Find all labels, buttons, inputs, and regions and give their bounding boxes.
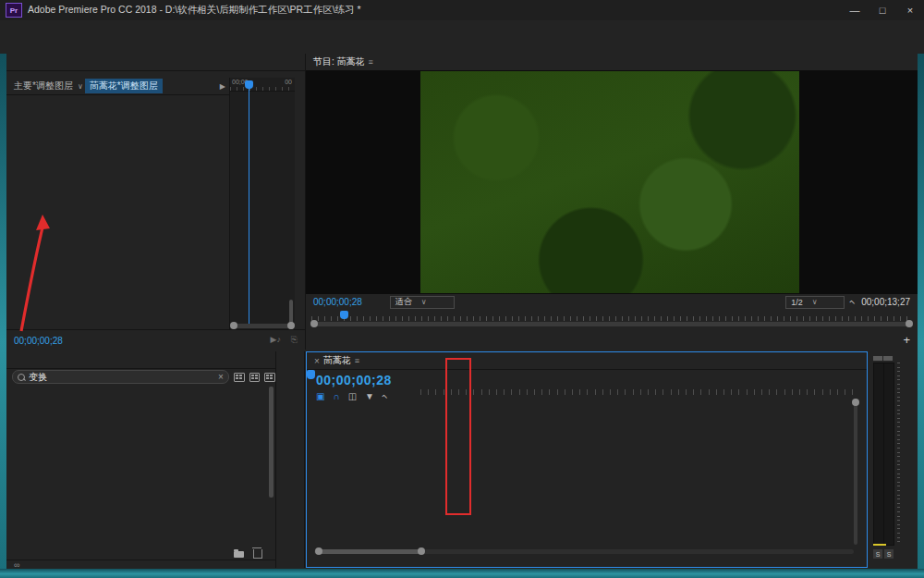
tools-panel (276, 351, 305, 568)
mini-timeline-ruler[interactable]: 00;00 00 (230, 78, 295, 92)
effects-tree-scrollbar[interactable] (269, 387, 274, 498)
search-input[interactable]: 变换 × (12, 370, 229, 384)
timeline-vertical-scrollbar[interactable] (854, 399, 857, 545)
effects-search-row: 变换 × (6, 369, 275, 385)
effects-browser-panel: 变换 × ∞ (6, 351, 276, 568)
effect-controls-tabbar (6, 54, 305, 71)
effect-controls-zoom-bar[interactable] (232, 324, 293, 328)
snap-icon[interactable]: ∩ (333, 391, 339, 401)
premiere-window: Pr Adobe Premiere Pro CC 2018 - D:\软件相关\… (0, 0, 924, 578)
nest-insert-toggle-icon[interactable]: ▣ (316, 391, 324, 401)
master-clip-selector[interactable]: 主要*调整图层 (6, 80, 76, 92)
timeline-header: 00;00;00;28 ▣ ∩ ◫ ▼ ⌐ (307, 369, 420, 415)
clear-search-icon[interactable]: × (218, 372, 224, 382)
timeline-playhead[interactable] (307, 370, 315, 379)
timeline-panel: × 茼蒿花 ≡ 00;00;00;28 ▣ ∩ ◫ ▼ ⌐ (306, 351, 868, 568)
solo-left-button[interactable]: S (873, 549, 882, 559)
effect-controls-mini-timeline[interactable]: 00;00 00 (229, 78, 295, 329)
play-toggle-icon[interactable]: ▶ (220, 82, 229, 91)
program-monitor-tabbar: 节目: 茼蒿花≡ (306, 54, 918, 71)
annotation-rectangle (445, 358, 471, 515)
annotation-arrow (12, 213, 58, 335)
timeline-ruler[interactable] (420, 369, 855, 395)
close-sequence-icon[interactable]: × (314, 356, 320, 366)
program-playhead[interactable] (340, 311, 348, 319)
program-controls-row: 00;00;00;28 适合∨ 1/2∨ ⌐ 00;00;13;27 (306, 294, 918, 310)
desktop-edge-bottom (0, 569, 924, 578)
filter-accelerated-effects-icon[interactable] (234, 373, 245, 382)
timeline-settings-wrench-icon[interactable]: ⌐ (380, 391, 391, 402)
program-monitor-panel: 节目: 茼蒿花≡ 00;00;00;28 适合∨ 1/2∨ (306, 54, 918, 351)
daisy-field-image (420, 71, 799, 293)
tab-program-monitor[interactable]: 节目: 茼蒿花≡ (306, 55, 381, 68)
timeline-toolbar: ▣ ∩ ◫ ▼ ⌐ (307, 387, 420, 401)
export-icon[interactable]: ⎘ (291, 335, 298, 345)
program-zoom-bar[interactable] (311, 322, 912, 326)
panel-status-strip: ∞ (6, 560, 276, 568)
tab-sequence[interactable]: × 茼蒿花 ≡ (307, 354, 367, 367)
effects-tree (6, 386, 275, 548)
timeline-tabbar: × 茼蒿花 ≡ (307, 352, 867, 370)
new-custom-bin-icon[interactable] (234, 551, 244, 558)
timeline-timecode[interactable]: 00;00;00;28 (307, 369, 420, 387)
meter-scale (897, 363, 916, 544)
filter-32bit-effects-icon[interactable] (249, 373, 261, 382)
mini-ruler-right-label: 00 (285, 79, 292, 85)
desktop-edge-right (918, 54, 924, 578)
selected-clip-name[interactable]: 茼蒿花*调整图层 (85, 79, 163, 93)
chevron-down-icon: ∨ (76, 82, 85, 91)
meter-cap-right (883, 356, 893, 361)
meter-channel-right (883, 363, 894, 546)
search-value: 变换 (29, 371, 47, 384)
button-editor-plus[interactable]: + (903, 333, 910, 347)
transport-controls (306, 328, 918, 351)
app-logo-icon: Pr (6, 3, 22, 18)
close-button[interactable]: × (896, 0, 924, 20)
clip-selector-row: 主要*调整图层 ∨ 茼蒿花*调整图层 ▶ (6, 78, 229, 95)
effects-browser-tabbar (6, 351, 275, 369)
title-bar: Pr Adobe Premiere Pro CC 2018 - D:\软件相关\… (0, 0, 924, 21)
desktop-edge-left (0, 54, 6, 578)
workspace-bar (0, 39, 924, 55)
link-icon: ∞ (14, 560, 19, 568)
audio-meter-panel: S S (869, 351, 917, 568)
filter-yuv-effects-icon[interactable] (264, 373, 275, 382)
program-timecode[interactable]: 00;00;00;28 (313, 297, 362, 307)
settings-wrench-icon[interactable]: ⌐ (847, 297, 858, 308)
solo-right-button[interactable]: S (884, 549, 894, 559)
effect-controls-timecode[interactable]: 00;00;00;28 (14, 336, 63, 346)
linked-selection-icon[interactable]: ◫ (348, 391, 357, 401)
program-scrubber[interactable] (311, 311, 912, 321)
fit-dropdown[interactable]: 适合∨ (390, 296, 455, 309)
panel-menu-icon[interactable]: ≡ (355, 356, 359, 365)
effect-controls-panel: 主要*调整图层 ∨ 茼蒿花*调整图层 ▶ 00;00 00 00;00;00;2… (6, 54, 306, 350)
panel-menu-icon[interactable]: ≡ (369, 57, 373, 67)
timeline-horizontal-scrollbar[interactable] (314, 549, 854, 554)
maximize-button[interactable]: □ (869, 0, 896, 20)
meter-peak-indicator (873, 544, 886, 546)
program-duration: 00;00;13;27 (861, 297, 910, 307)
effects-panel-footer (6, 548, 275, 560)
window-title: Adobe Premiere Pro CC 2018 - D:\软件相关\后期制… (28, 4, 361, 17)
mini-timeline-playhead-line (249, 87, 249, 326)
menu-bar (0, 20, 924, 40)
mini-timeline-playhead[interactable] (245, 80, 253, 89)
add-marker-icon[interactable]: ▼ (365, 391, 374, 401)
search-icon (18, 374, 25, 381)
playback-resolution-dropdown[interactable]: 1/2∨ (785, 296, 845, 309)
meter-cap-left (873, 356, 882, 361)
program-video-frame[interactable] (420, 71, 799, 293)
minimize-button[interactable]: — (841, 0, 869, 20)
play-audio-only-icon[interactable]: ▶♪ (271, 335, 281, 344)
program-video-area (306, 70, 918, 294)
delete-icon[interactable] (253, 549, 262, 559)
